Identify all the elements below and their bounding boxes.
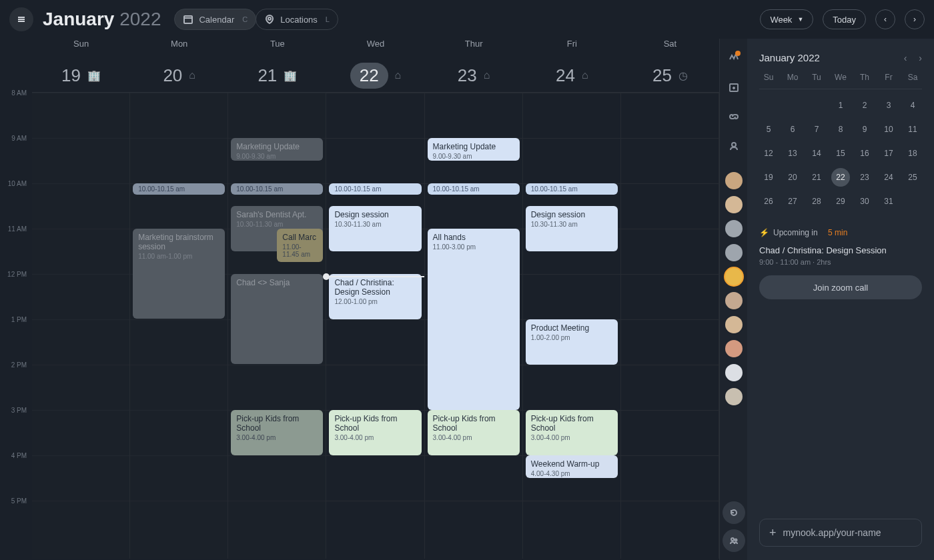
next-button[interactable]: ›	[905, 9, 925, 29]
today-button[interactable]: Today	[823, 9, 866, 29]
day-column[interactable]: Marketing Update9.00-9.30 am10.00-10.15 …	[228, 93, 326, 559]
mini-day[interactable]: 2	[855, 96, 874, 115]
date-cell[interactable]: 24⌂	[523, 59, 621, 92]
prev-button[interactable]: ‹	[875, 9, 895, 29]
event[interactable]: Chad <> Sanja	[231, 274, 323, 364]
refresh-button[interactable]	[723, 501, 745, 524]
people-button[interactable]	[723, 529, 745, 552]
day-column[interactable]: 10.00-10.15 amDesign session10.30-11.30 …	[326, 93, 424, 559]
day-column[interactable]	[32, 93, 130, 559]
mini-day[interactable]: 31	[879, 192, 898, 211]
calendar-pill[interactable]: Calendar C	[174, 9, 256, 30]
event[interactable]: Product Meeting1.00-2.00 pm	[526, 319, 618, 365]
event[interactable]: Pick-up Kids from School3.00-4.00 pm	[231, 410, 323, 455]
date-cell[interactable]: 21🏢	[228, 59, 326, 92]
event[interactable]: 10.00-10.15 am	[329, 183, 421, 195]
event[interactable]: Call Marc11.00-11.45 am	[277, 229, 323, 262]
event[interactable]: Marketing Update9.00-9.30 am	[231, 138, 323, 161]
location-icon	[264, 14, 275, 25]
event[interactable]: Pick-up Kids from School3.00-4.00 pm	[329, 410, 421, 455]
mini-day[interactable]: 22	[831, 168, 850, 187]
avatar[interactable]	[724, 267, 744, 287]
join-call-button[interactable]: Join zoom call	[759, 275, 922, 299]
mini-day[interactable]: 13	[783, 144, 802, 163]
event[interactable]: 10.00-10.15 am	[133, 183, 225, 195]
day-column[interactable]	[621, 93, 719, 559]
mini-day[interactable]: 7	[807, 120, 826, 139]
avatar[interactable]	[724, 339, 744, 359]
mini-day[interactable]: 9	[855, 120, 874, 139]
avatar[interactable]	[724, 243, 744, 263]
mini-day[interactable]: 4	[903, 96, 922, 115]
share-link[interactable]: + mynook.app/your-name	[759, 519, 922, 547]
date-cell[interactable]: 20⌂	[130, 59, 228, 92]
mini-day[interactable]: 20	[783, 168, 802, 187]
avatar[interactable]	[724, 291, 744, 311]
date-cell[interactable]: 22⌂	[326, 59, 424, 92]
day-column[interactable]: 10.00-10.15 amDesign session10.30-11.30 …	[523, 93, 621, 559]
mini-day[interactable]: 28	[807, 192, 826, 211]
hour-label: 2 PM	[11, 361, 27, 369]
mini-day[interactable]: 23	[855, 168, 874, 187]
event[interactable]: 10.00-10.15 am	[231, 183, 323, 195]
hour-label: 8 AM	[11, 89, 27, 97]
event[interactable]: Chad / Christina: Design Session12.00-1.…	[329, 274, 421, 319]
event[interactable]: Pick-up Kids from School3.00-4.00 pm	[526, 410, 618, 455]
event[interactable]: Pick-up Kids from School3.00-4.00 pm	[428, 410, 520, 455]
event[interactable]: Weekend Warm-up4.00-4.30 pm	[526, 455, 618, 478]
home-icon: ⌂	[189, 69, 195, 81]
mini-day[interactable]: 12	[759, 144, 778, 163]
locations-pill[interactable]: Locations L	[256, 9, 338, 30]
date-cell[interactable]: 25◷	[621, 59, 719, 92]
mini-day[interactable]: 17	[879, 144, 898, 163]
mini-day[interactable]: 29	[831, 192, 850, 211]
mini-next-button[interactable]: ›	[919, 53, 922, 63]
add-event-icon[interactable]	[727, 80, 741, 95]
mini-day[interactable]: 24	[879, 168, 898, 187]
mini-day[interactable]: 16	[855, 144, 874, 163]
avatar[interactable]	[724, 171, 744, 191]
mini-day[interactable]: 8	[831, 120, 850, 139]
view-select[interactable]: Week ▼	[760, 9, 813, 29]
avatar[interactable]	[724, 315, 744, 335]
mini-day[interactable]: 15	[831, 144, 850, 163]
activity-icon[interactable]	[727, 51, 741, 65]
menu-button[interactable]	[9, 7, 33, 31]
mini-day[interactable]: 5	[759, 120, 778, 139]
mini-day[interactable]: 30	[855, 192, 874, 211]
mini-day[interactable]: 26	[759, 192, 778, 211]
mini-day[interactable]: 27	[783, 192, 802, 211]
event[interactable]: Design session10.30-11.30 am	[526, 206, 618, 251]
mini-day[interactable]: 14	[807, 144, 826, 163]
profile-icon[interactable]	[727, 139, 741, 153]
avatar[interactable]	[724, 195, 744, 215]
mini-day[interactable]: 19	[759, 168, 778, 187]
avatar[interactable]	[724, 387, 744, 407]
mini-day[interactable]: 6	[783, 120, 802, 139]
mini-day	[807, 96, 826, 115]
avatar[interactable]	[724, 363, 744, 383]
day-column[interactable]: Marketing Update9.00-9.30 am10.00-10.15 …	[425, 93, 523, 559]
avatar[interactable]	[724, 219, 744, 239]
event[interactable]: Marketing brainstorm session11.00 am-1.0…	[133, 229, 225, 319]
mini-dow: Sa	[903, 73, 922, 82]
mini-day[interactable]: 25	[903, 168, 922, 187]
event[interactable]: Marketing Update9.00-9.30 am	[428, 138, 520, 161]
mini-day[interactable]: 3	[879, 96, 898, 115]
mini-day[interactable]: 10	[879, 120, 898, 139]
day-column[interactable]: 10.00-10.15 amMarketing brainstorm sessi…	[130, 93, 228, 559]
date-cell[interactable]: 19🏢	[32, 59, 130, 92]
mini-day[interactable]: 21	[807, 168, 826, 187]
mini-day[interactable]: 18	[903, 144, 922, 163]
mini-dow: Fr	[879, 73, 898, 82]
mini-prev-button[interactable]: ‹	[904, 53, 907, 63]
event[interactable]: 10.00-10.15 am	[526, 183, 618, 195]
link-icon[interactable]	[727, 109, 741, 124]
date-cell[interactable]: 23⌂	[425, 59, 523, 92]
event[interactable]: All hands11.00-3.00 pm	[428, 229, 520, 410]
event[interactable]: Design session10.30-11.30 am	[329, 206, 421, 251]
day-header: Fri	[523, 39, 621, 59]
event[interactable]: 10.00-10.15 am	[428, 183, 520, 195]
mini-day[interactable]: 1	[831, 96, 850, 115]
mini-day[interactable]: 11	[903, 120, 922, 139]
